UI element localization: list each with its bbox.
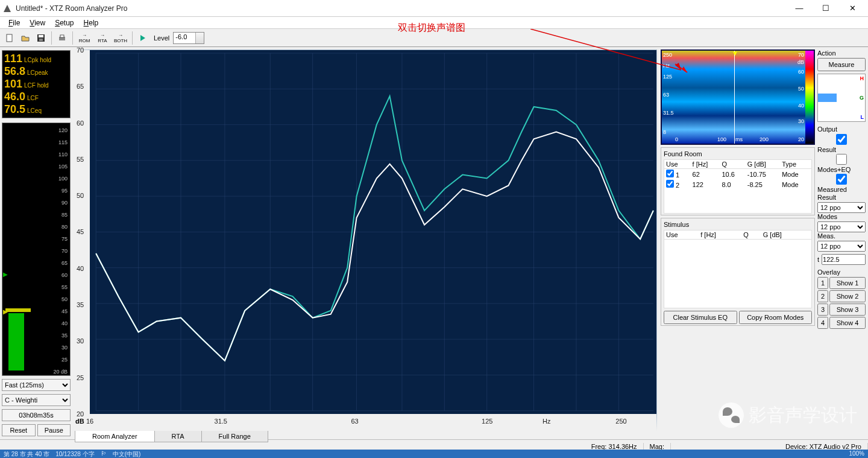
spectrogram[interactable]: 250 Hz 125 63 31.5 8 0 100 ms 200 70 dB … (661, 49, 815, 145)
close-button[interactable]: ✕ (839, 1, 866, 16)
speed-select[interactable]: Fast (125ms) (2, 379, 71, 391)
rta-button[interactable]: →RTA (94, 31, 111, 45)
open-icon[interactable] (18, 31, 33, 45)
stimulus-group: Stimulus Usef [Hz]QG [dB] Clear Stimulus… (661, 218, 815, 326)
clock-display (2, 409, 71, 421)
spectro-arrow-icon (674, 63, 690, 75)
table-row: 21228.0-8.25Mode (664, 179, 811, 189)
pause-button[interactable]: Pause (37, 424, 71, 436)
overlay-2[interactable]: 2 (817, 290, 828, 302)
chk-result[interactable] (817, 134, 866, 145)
word-statusbar: 第 28 市 共 40 市10/12328 个字🏳中文(中国) 100% (0, 450, 868, 458)
found-room-group: Found Room Usef [Hz]QG [dB]Type 16210.6-… (661, 147, 815, 215)
show-4[interactable]: Show 4 (829, 317, 866, 329)
menu-file[interactable]: File (4, 17, 25, 28)
svg-marker-0 (4, 5, 11, 12)
menu-view[interactable]: View (25, 17, 50, 28)
result-select[interactable]: 12 ppo (817, 202, 866, 213)
meter-hold-line (5, 308, 31, 312)
tab-room-analyzer[interactable]: Room Analyzer (75, 431, 155, 442)
stimulus-table[interactable]: Usef [Hz]QG [dB] (664, 231, 811, 240)
svg-rect-1 (7, 34, 12, 42)
copy-room-modes-button[interactable]: Copy Room Modes (739, 311, 813, 324)
maximize-button[interactable]: ☐ (813, 1, 839, 16)
freq-response-chart[interactable]: dB 70656055504540353025201631.563125Hz25… (75, 49, 657, 431)
measure-button[interactable]: Measure (817, 58, 866, 71)
menu-setup[interactable]: Setup (50, 17, 78, 28)
weighting-select[interactable]: C - Weighti (2, 394, 71, 406)
print-icon[interactable] (55, 31, 69, 45)
titlebar: Untitled* - XTZ Room Analyzer Pro — ☐ ✕ (0, 0, 868, 17)
t-spinner[interactable] (822, 254, 866, 265)
show-2[interactable]: Show 2 (829, 290, 866, 302)
level-spinner[interactable]: -6.0 (173, 32, 204, 44)
svg-rect-4 (39, 39, 43, 41)
center-panel: dB 70656055504540353025201631.563125Hz25… (72, 47, 659, 439)
toolbar: →ROM →RTA →BOTH Level -6.0 (0, 29, 868, 47)
meter-bar (8, 313, 24, 371)
found-room-table[interactable]: Usef [Hz]QG [dB]Type 16210.6-10.75Mode 2… (664, 160, 811, 189)
app-icon (2, 4, 12, 13)
overlay-4[interactable]: 4 (817, 317, 828, 329)
level-meter: 1201151101051009590858075706560555045403… (2, 122, 71, 376)
meter-peak-marker: ▶ (3, 271, 8, 278)
output-level-meter: HGL (817, 74, 866, 122)
window-title: Untitled* - XTZ Room Analyzer Pro (16, 4, 786, 13)
show-1[interactable]: Show 1 (829, 277, 866, 289)
new-icon[interactable] (2, 31, 17, 45)
both-button[interactable]: →BOTH (112, 31, 129, 45)
meter-readout: 111LCpk hold 56.8LCpeak 101LCF hold 46.0… (2, 50, 71, 118)
overlay-3[interactable]: 3 (817, 304, 828, 316)
svg-line-34 (675, 64, 687, 72)
meas-select[interactable]: 12 ppo (817, 241, 866, 252)
svg-rect-6 (60, 35, 64, 37)
table-row: 16210.6-10.75Mode (664, 169, 811, 180)
menubar: File View Setup Help (0, 17, 868, 29)
overlay-1[interactable]: 1 (817, 277, 828, 289)
tab-rta[interactable]: RTA (154, 431, 202, 442)
play-icon[interactable] (136, 31, 150, 45)
right-panel: 250 Hz 125 63 31.5 8 0 100 ms 200 70 dB … (659, 47, 868, 439)
menu-help[interactable]: Help (79, 17, 104, 28)
clear-stimulus-button[interactable]: Clear Stimulus EQ (664, 311, 737, 324)
tab-full-range[interactable]: Full Range (201, 431, 268, 442)
chk-modes-eq[interactable] (817, 154, 866, 165)
reset-button[interactable]: Reset (2, 424, 36, 436)
minimize-button[interactable]: — (786, 1, 813, 16)
svg-marker-7 (140, 35, 145, 41)
modes-select[interactable]: 12 ppo (817, 221, 866, 232)
show-3[interactable]: Show 3 (829, 304, 866, 316)
svg-rect-3 (39, 35, 43, 37)
view-tabs: Room Analyzer RTA Full Range (75, 431, 657, 442)
rom-button[interactable]: →ROM (76, 31, 93, 45)
save-icon[interactable] (34, 31, 48, 45)
chk-measured[interactable] (817, 174, 866, 185)
left-panel: 111LCpk hold 56.8LCpeak 101LCF hold 46.0… (0, 47, 72, 439)
level-label: Level (151, 34, 172, 42)
